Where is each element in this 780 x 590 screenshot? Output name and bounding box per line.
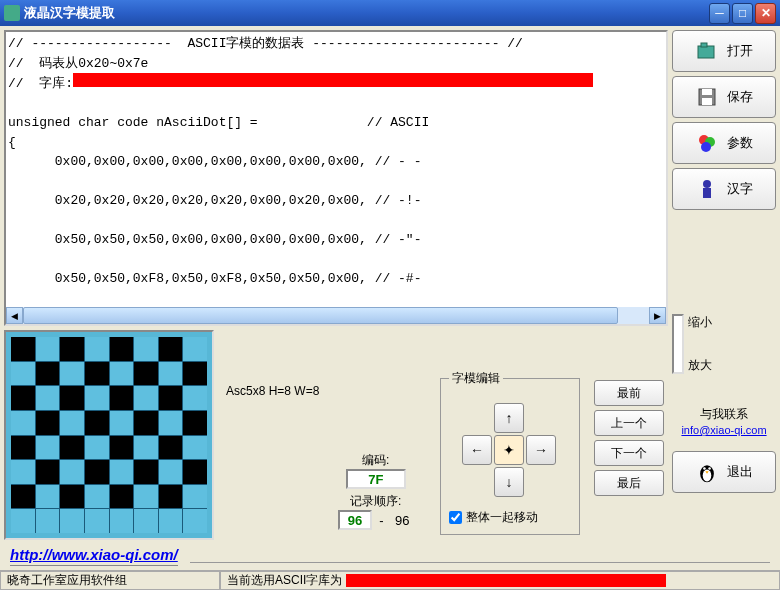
grid-cell[interactable] bbox=[159, 509, 183, 533]
open-button[interactable]: 打开 bbox=[672, 30, 776, 72]
grid-cell[interactable] bbox=[36, 460, 60, 484]
grid-cell[interactable] bbox=[60, 436, 84, 460]
grid-cell[interactable] bbox=[36, 337, 60, 361]
grid-cell[interactable] bbox=[60, 411, 84, 435]
app-icon bbox=[4, 5, 20, 21]
grid-cell[interactable] bbox=[159, 362, 183, 386]
grid-cell[interactable] bbox=[85, 337, 109, 361]
params-button[interactable]: 参数 bbox=[672, 122, 776, 164]
grid-cell[interactable] bbox=[85, 386, 109, 410]
grid-cell[interactable] bbox=[36, 362, 60, 386]
grid-cell[interactable] bbox=[183, 509, 207, 533]
grid-cell[interactable] bbox=[36, 485, 60, 509]
website-link[interactable]: http://www.xiao-qi.com/ bbox=[10, 546, 178, 566]
center-button[interactable]: ✦ bbox=[494, 435, 524, 465]
grid-cell[interactable] bbox=[134, 460, 158, 484]
grid-cell[interactable] bbox=[85, 460, 109, 484]
grid-cell[interactable] bbox=[85, 436, 109, 460]
grid-cell[interactable] bbox=[36, 411, 60, 435]
grid-cell[interactable] bbox=[60, 509, 84, 533]
grid-cell[interactable] bbox=[60, 460, 84, 484]
exit-button[interactable]: 退出 bbox=[672, 451, 776, 493]
first-button[interactable]: 最前 bbox=[594, 380, 664, 406]
grid-cell[interactable] bbox=[159, 460, 183, 484]
move-left-button[interactable]: ← bbox=[462, 435, 492, 465]
move-down-button[interactable]: ↓ bbox=[494, 467, 524, 497]
grid-cell[interactable] bbox=[110, 436, 134, 460]
grid-cell[interactable] bbox=[110, 386, 134, 410]
grid-cell[interactable] bbox=[11, 509, 35, 533]
grid-cell[interactable] bbox=[183, 362, 207, 386]
grid-cell[interactable] bbox=[134, 337, 158, 361]
prev-button[interactable]: 上一个 bbox=[594, 410, 664, 436]
encode-label: 编码: bbox=[362, 453, 389, 467]
grid-cell[interactable] bbox=[60, 362, 84, 386]
code-output[interactable]: // ------------------ ASCII字模的数据表 ------… bbox=[4, 30, 668, 326]
grid-cell[interactable] bbox=[85, 509, 109, 533]
grid-cell[interactable] bbox=[11, 386, 35, 410]
grid-cell[interactable] bbox=[183, 436, 207, 460]
grid-cell[interactable] bbox=[183, 337, 207, 361]
grid-cell[interactable] bbox=[11, 436, 35, 460]
grid-cell[interactable] bbox=[36, 509, 60, 533]
grid-cell[interactable] bbox=[159, 386, 183, 410]
grid-cell[interactable] bbox=[159, 436, 183, 460]
move-up-button[interactable]: ↑ bbox=[494, 403, 524, 433]
grid-cell[interactable] bbox=[134, 411, 158, 435]
grid-cell[interactable] bbox=[110, 411, 134, 435]
move-right-button[interactable]: → bbox=[526, 435, 556, 465]
font-grid-preview[interactable] bbox=[4, 330, 214, 540]
scroll-thumb[interactable] bbox=[23, 307, 618, 324]
grid-cell[interactable] bbox=[11, 337, 35, 361]
grid-cell[interactable] bbox=[134, 386, 158, 410]
edit-legend: 字模编辑 bbox=[449, 370, 503, 387]
grid-cell[interactable] bbox=[159, 411, 183, 435]
grid-cell[interactable] bbox=[183, 411, 207, 435]
grid-cell[interactable] bbox=[85, 485, 109, 509]
grid-cell[interactable] bbox=[60, 386, 84, 410]
encode-input[interactable] bbox=[346, 469, 406, 489]
grid-cell[interactable] bbox=[85, 411, 109, 435]
zoom-slider[interactable] bbox=[672, 314, 684, 374]
svg-point-12 bbox=[703, 467, 706, 470]
grid-cell[interactable] bbox=[183, 460, 207, 484]
grid-cell[interactable] bbox=[11, 362, 35, 386]
grid-cell[interactable] bbox=[110, 460, 134, 484]
grid-cell[interactable] bbox=[110, 337, 134, 361]
scroll-left-button[interactable]: ◀ bbox=[6, 307, 23, 324]
grid-cell[interactable] bbox=[110, 485, 134, 509]
grid-cell[interactable] bbox=[11, 411, 35, 435]
grid-cell[interactable] bbox=[36, 436, 60, 460]
grid-cell[interactable] bbox=[85, 362, 109, 386]
contact-email-link[interactable]: info@xiao-qi.com bbox=[681, 424, 766, 436]
save-button[interactable]: 保存 bbox=[672, 76, 776, 118]
minimize-button[interactable]: ─ bbox=[709, 3, 730, 24]
grid-cell[interactable] bbox=[134, 509, 158, 533]
titlebar: 液晶汉字模提取 ─ □ ✕ bbox=[0, 0, 780, 26]
maximize-button[interactable]: □ bbox=[732, 3, 753, 24]
zoom-enlarge-label: 放大 bbox=[688, 357, 712, 374]
horizontal-scrollbar[interactable]: ◀ ▶ bbox=[6, 307, 666, 324]
grid-cell[interactable] bbox=[134, 485, 158, 509]
grid-cell[interactable] bbox=[60, 485, 84, 509]
grid-cell[interactable] bbox=[183, 386, 207, 410]
grid-cell[interactable] bbox=[134, 362, 158, 386]
hanzi-button[interactable]: 汉字 bbox=[672, 168, 776, 210]
svg-rect-9 bbox=[703, 188, 711, 198]
next-button[interactable]: 下一个 bbox=[594, 440, 664, 466]
move-together-checkbox[interactable] bbox=[449, 511, 462, 524]
grid-cell[interactable] bbox=[134, 436, 158, 460]
seq-from-input[interactable] bbox=[338, 510, 372, 530]
grid-cell[interactable] bbox=[183, 485, 207, 509]
close-button[interactable]: ✕ bbox=[755, 3, 776, 24]
grid-cell[interactable] bbox=[11, 460, 35, 484]
grid-cell[interactable] bbox=[159, 485, 183, 509]
scroll-right-button[interactable]: ▶ bbox=[649, 307, 666, 324]
grid-cell[interactable] bbox=[60, 337, 84, 361]
grid-cell[interactable] bbox=[11, 485, 35, 509]
grid-cell[interactable] bbox=[110, 362, 134, 386]
grid-cell[interactable] bbox=[110, 509, 134, 533]
grid-cell[interactable] bbox=[36, 386, 60, 410]
grid-cell[interactable] bbox=[159, 337, 183, 361]
last-button[interactable]: 最后 bbox=[594, 470, 664, 496]
